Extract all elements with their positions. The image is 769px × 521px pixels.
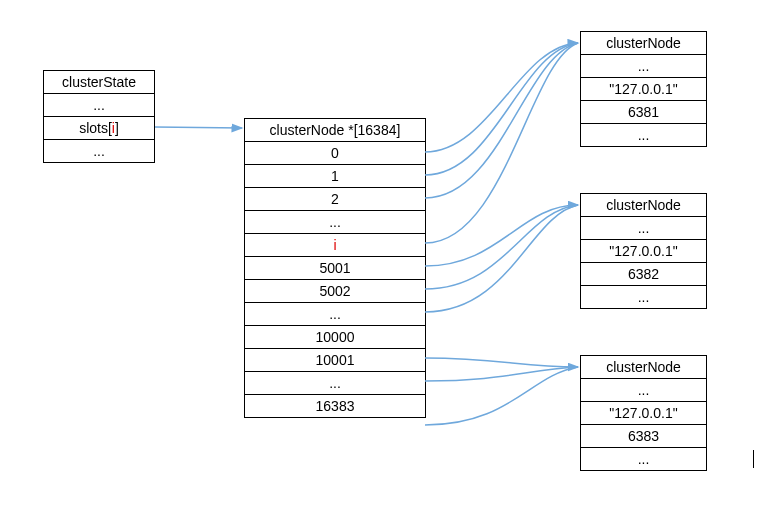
table-row: 10001 xyxy=(245,349,425,372)
cluster-state-title: clusterState xyxy=(44,71,154,94)
table-row: 2 xyxy=(245,188,425,211)
arrow-slot-to-node1 xyxy=(425,205,578,266)
cluster-node-title: clusterNode xyxy=(581,32,706,55)
cluster-node-title: clusterNode xyxy=(581,194,706,217)
cluster-node-ip: "127.0.0.1" xyxy=(581,402,706,425)
table-row: 10000 xyxy=(245,326,425,349)
cluster-node-ellipsis: ... xyxy=(581,55,706,78)
table-row: 0 xyxy=(245,142,425,165)
text-cursor xyxy=(753,450,754,468)
arrow-state-to-array xyxy=(155,127,242,128)
arrow-slot-to-node0 xyxy=(425,43,578,175)
cluster-state-ellipsis2: ... xyxy=(44,140,154,162)
cluster-node-box: clusterNode ... "127.0.0.1" 6383 ... xyxy=(580,355,707,471)
cluster-node-ellipsis2: ... xyxy=(581,124,706,146)
cluster-state-slots-row: slots[i] xyxy=(44,117,154,140)
table-row: 1 xyxy=(245,165,425,188)
cluster-node-port: 6383 xyxy=(581,425,706,448)
arrow-slot-to-node2 xyxy=(425,358,578,367)
cluster-node-ip: "127.0.0.1" xyxy=(581,240,706,263)
cluster-node-box: clusterNode ... "127.0.0.1" 6382 ... xyxy=(580,193,707,309)
arrow-slot-to-node0 xyxy=(425,43,578,152)
slots-label-suffix: ] xyxy=(115,120,119,136)
slots-array-title: clusterNode *[16384] xyxy=(245,119,425,142)
cluster-node-port: 6382 xyxy=(581,263,706,286)
cluster-node-ip: "127.0.0.1" xyxy=(581,78,706,101)
cluster-node-ellipsis2: ... xyxy=(581,286,706,308)
cluster-node-ellipsis: ... xyxy=(581,217,706,240)
arrow-slot-to-node0 xyxy=(425,43,578,198)
table-row: 16383 xyxy=(245,395,425,417)
table-row: 5001 xyxy=(245,257,425,280)
cluster-node-port: 6381 xyxy=(581,101,706,124)
arrow-slot-to-node1 xyxy=(425,205,578,312)
table-row-i: i xyxy=(245,234,425,257)
table-row: ... xyxy=(245,303,425,326)
arrow-slot-to-node2 xyxy=(425,367,578,425)
arrow-slot-to-node0 xyxy=(425,43,578,243)
table-row: ... xyxy=(245,211,425,234)
cluster-state-box: clusterState ... slots[i] ... xyxy=(43,70,155,163)
arrow-slot-to-node2 xyxy=(425,367,578,381)
cluster-node-ellipsis: ... xyxy=(581,379,706,402)
arrow-slot-to-node1 xyxy=(425,205,578,289)
cluster-node-box: clusterNode ... "127.0.0.1" 6381 ... xyxy=(580,31,707,147)
table-row: 5002 xyxy=(245,280,425,303)
cluster-node-ellipsis2: ... xyxy=(581,448,706,470)
cluster-state-ellipsis: ... xyxy=(44,94,154,117)
slots-label-prefix: slots[ xyxy=(79,120,112,136)
table-row: ... xyxy=(245,372,425,395)
slots-array-box: clusterNode *[16384] 0 1 2 ... i 5001 50… xyxy=(244,118,426,418)
cluster-node-title: clusterNode xyxy=(581,356,706,379)
